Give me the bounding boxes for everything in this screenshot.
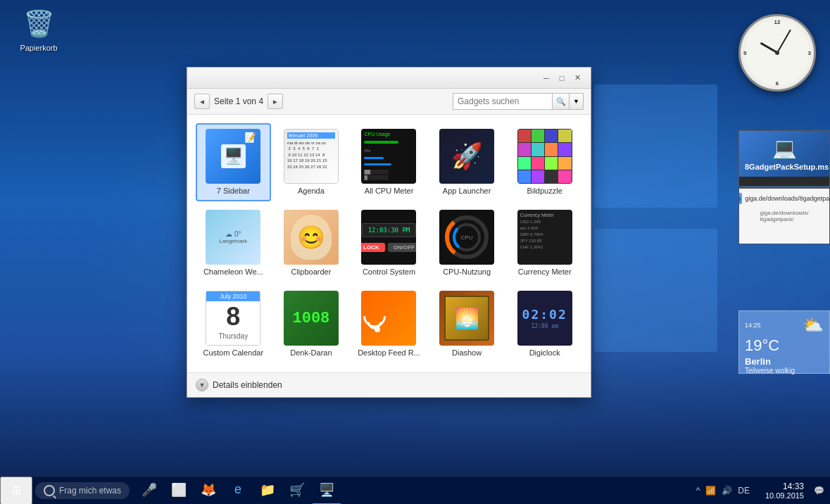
gadget-name-calendar: Custom Calendar xyxy=(203,348,264,358)
taskbar-app-cortana[interactable]: 🎤 xyxy=(135,477,163,505)
gadget-item-controlsys[interactable]: 12:03:30 PM LOCK ON/OFF Control System xyxy=(351,204,427,282)
taskbar-app-task-view[interactable]: ⬜ xyxy=(165,477,193,505)
gadget-item-feed[interactable]: Desktop Feed R... xyxy=(351,285,427,363)
taskbar-app-firefox[interactable]: 🦊 xyxy=(194,477,222,505)
taskbar-app-edge[interactable]: e xyxy=(224,477,252,505)
weather-widget: 14:25 ⛅ 19°C Berlin Teilweise wolkig xyxy=(738,310,830,374)
explorer-icon: 📁 xyxy=(260,482,275,498)
gadget-item-currency[interactable]: Currency Meter USD 1.285 eur 1.000 GBP 0… xyxy=(507,204,582,282)
gadget-item-diashow[interactable]: 🌅 Diashow xyxy=(429,285,505,363)
recycle-bin-icon[interactable]: 🗑️ Papierkorb xyxy=(14,7,63,52)
search-box[interactable]: 🔍 ▼ xyxy=(453,93,584,110)
sidebar-gadgets-area: 💻 8GadgetPackSetup.msi 🔵 giga.de/downloa… xyxy=(738,130,830,244)
details-label: Details einblenden xyxy=(213,380,282,390)
taskbar-app-explorer[interactable]: 📁 xyxy=(253,477,282,505)
tray-chevron[interactable]: ^ xyxy=(695,484,702,497)
firefox-icon: 🦊 xyxy=(201,482,216,498)
weather-temperature: 19°C xyxy=(745,336,824,355)
gadgets-icon: 🖥️ xyxy=(319,482,334,498)
clock-widget: 12 3 6 9 xyxy=(738,14,816,92)
taskbar-app-store[interactable]: 🛒 xyxy=(283,477,311,505)
gadget-icon-currency: Currency Meter USD 1.285 eur 1.000 GBP 0… xyxy=(517,210,572,265)
gadget-icon-applauncher: 🚀 xyxy=(439,129,494,184)
search-input[interactable] xyxy=(453,96,552,106)
gadget-name-diashow: Diashow xyxy=(452,348,482,358)
page-next-button[interactable]: ► xyxy=(268,94,283,109)
gadget-item-clipboarder[interactable]: 😊 Clipboarder xyxy=(274,204,349,282)
taskbar-right: ^ 📶 🔊 DE 14:33 10.09.2015 💬 xyxy=(689,481,830,500)
page-label: Seite 1 von 4 xyxy=(214,96,263,106)
gadget-icon-feed xyxy=(361,291,416,346)
page-navigation: ◄ Seite 1 von 4 ► xyxy=(194,94,283,109)
taskbar-search[interactable]: Frag mich etwas xyxy=(35,482,130,499)
gadget-icon-controlsys: 12:03:30 PM LOCK ON/OFF xyxy=(361,210,416,265)
dialog-footer: ▼ Details einblenden xyxy=(187,372,591,397)
gadget-name-applauncher: App Launcher xyxy=(443,187,491,196)
minute-hand xyxy=(776,30,791,53)
clock-face: 12 3 6 9 xyxy=(738,14,816,92)
search-dropdown-button[interactable]: ▼ xyxy=(569,94,583,109)
taskbar-date: 10.09.2015 xyxy=(765,491,804,500)
gadget-item-allcpu[interactable]: CPU Usage 0% ▓▓░░░░░░▓░░░░░░░ All CPU Me… xyxy=(351,123,427,201)
taskbar-apps: 🎤 ⬜ 🦊 e 📁 🛒 🖥️ xyxy=(135,477,341,505)
gadget-name-agenda: Agenda xyxy=(298,187,325,196)
gadget-name-clipboarder: Clipboarder xyxy=(291,267,331,277)
gadget-icon-chameleon: ☁ 0° Langemark xyxy=(206,210,260,265)
gadget-icon-allcpu: CPU Usage 0% ▓▓░░░░░░▓░░░░░░░ xyxy=(361,129,416,184)
start-button[interactable]: ⊞ xyxy=(0,477,32,505)
gadget-item-cpunetz[interactable]: CPU CPU-Nutzung xyxy=(429,204,505,282)
weather-description: Teilweise wolkig xyxy=(745,367,824,374)
details-button[interactable]: ▼ Details einblenden xyxy=(196,379,282,391)
minimize-button[interactable]: ─ xyxy=(539,72,554,84)
weather-time-label: 14:25 xyxy=(745,322,761,329)
gadget-name-feed: Desktop Feed R... xyxy=(358,348,420,358)
chevron-down-icon: ▼ xyxy=(196,379,208,391)
gadget-icon-7sidebar: 🖥️ 📝 xyxy=(206,129,260,184)
edge-icon: e xyxy=(234,482,241,497)
tray-network[interactable]: 📶 xyxy=(704,484,717,497)
search-taskbar-label: Frag mich etwas xyxy=(59,486,121,496)
taskbar-app-gadgets[interactable]: 🖥️ xyxy=(313,477,341,505)
gadget-name-digiclock: Digiclock xyxy=(529,348,560,358)
chevron-right-icon: ► xyxy=(272,98,279,106)
weather-city: Berlin xyxy=(745,356,824,367)
taskbar-clock[interactable]: 14:33 10.09.2015 xyxy=(758,481,811,500)
search-button[interactable]: 🔍 xyxy=(552,94,569,109)
gadget-giga-url: giga.de/downloads/8gadgetpack/ xyxy=(745,195,830,202)
taskbar-time: 14:33 xyxy=(783,481,804,491)
gadget-icon-clipboarder: 😊 xyxy=(284,210,339,265)
gadget-thumb-giga[interactable]: 🔵 giga.de/downloads/8gadgetpack/ giga.de… xyxy=(738,188,830,244)
maximize-button[interactable]: □ xyxy=(554,72,570,84)
svg-text:CPU: CPU xyxy=(461,234,473,241)
gadget-icon-digiclock: 02:02 12:00 am xyxy=(517,291,572,346)
giga-favicon: 🔵 xyxy=(738,193,742,204)
gadget-name-denk: Denk-Daran xyxy=(290,348,332,358)
gadget-8pack-label: 8GadgetPackSetup.msi xyxy=(745,163,824,171)
notification-icon[interactable]: 💬 xyxy=(812,484,826,497)
task-view-icon: ⬜ xyxy=(171,482,187,498)
dialog-toolbar: ◄ Seite 1 von 4 ► 🔍 ▼ xyxy=(187,89,591,115)
gadget-item-calendar[interactable]: July 2010 8 Thursday Custom Calendar xyxy=(196,285,271,363)
tray-language[interactable]: DE xyxy=(736,484,751,497)
gadget-item-chameleon[interactable]: ☁ 0° Langemark Chameleon We... xyxy=(196,204,271,282)
close-button[interactable]: ✕ xyxy=(570,72,585,84)
gadget-item-7sidebar[interactable]: 🖥️ 📝 7 Sidebar xyxy=(196,123,271,201)
gadget-icon-diashow: 🌅 xyxy=(439,291,494,346)
page-prev-button[interactable]: ◄ xyxy=(194,94,210,109)
dialog-titlebar: ─ □ ✕ xyxy=(187,68,591,89)
weather-top-row: 14:25 ⛅ xyxy=(745,315,824,335)
gadget-grid: 🖥️ 📝 7 Sidebar februari 2009 ma di wo do… xyxy=(187,115,591,372)
gadget-name-cpunetz: CPU-Nutzung xyxy=(443,267,491,277)
store-icon: 🛒 xyxy=(289,482,305,498)
gadget-item-bildpuzzle[interactable]: Bildpuzzle xyxy=(507,123,582,201)
gadget-dialog: ─ □ ✕ ◄ Seite 1 von 4 ► 🔍 ▼ 🖥️ 📝 xyxy=(187,67,591,398)
tray-volume[interactable]: 🔊 xyxy=(720,484,734,497)
gadget-item-applauncher[interactable]: 🚀 App Launcher xyxy=(429,123,505,201)
gadget-item-agenda[interactable]: februari 2009 ma di wo do vr za zo 2 3 4… xyxy=(274,123,349,201)
gadget-item-digiclock[interactable]: 02:02 12:00 am Digiclock xyxy=(507,285,582,363)
gadget-icon-agenda: februari 2009 ma di wo do vr za zo 2 3 4… xyxy=(284,129,339,184)
gadget-item-denk[interactable]: 1008 Denk-Daran xyxy=(274,285,349,363)
gadget-name-allcpu: All CPU Meter xyxy=(365,187,414,196)
search-icon xyxy=(44,485,55,496)
gadget-thumb-8gadgetpack[interactable]: 💻 8GadgetPackSetup.msi xyxy=(738,130,830,187)
